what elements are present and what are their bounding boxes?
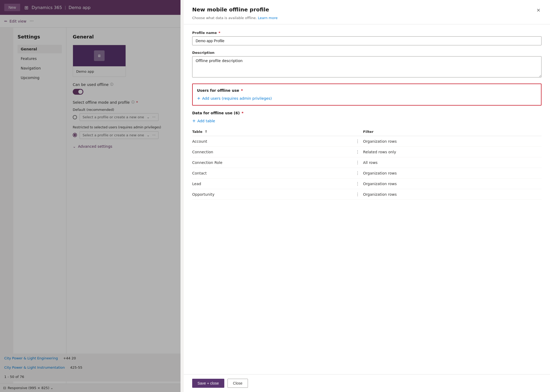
table-row: Opportunity ⋮ Organization rows [192,189,542,200]
row-more-icon[interactable]: ⋮ [355,181,360,186]
table-cell-filter: Related rows only [363,147,542,157]
data-section-title: Data for offline use (6) * [192,111,542,115]
description-field-group: Description [192,51,542,78]
panel-title: New mobile offline profile [192,6,269,13]
add-table-link[interactable]: + Add table [192,118,542,123]
table-cell-name: Contact [192,168,353,178]
panel-footer: Save + close Close [184,374,550,392]
table-cell-name: Connection [192,147,353,157]
add-users-link[interactable]: + Add users (requires admin privileges) [197,96,537,101]
row-more-icon[interactable]: ⋮ [355,192,360,197]
users-section: Users for offline use * + Add users (req… [192,84,542,106]
table-cell-filter: Organization rows [363,178,542,189]
profile-name-field-group: Profile name * [192,31,542,45]
table-cell-dots[interactable]: ⋮ [353,157,363,168]
description-label: Description [192,51,542,55]
row-more-icon[interactable]: ⋮ [355,160,360,165]
close-button[interactable]: Close [227,379,248,388]
row-more-icon[interactable]: ⋮ [355,171,360,176]
table-header-filter: Filter [363,128,542,136]
profile-name-label: Profile name * [192,31,542,35]
row-more-icon[interactable]: ⋮ [355,149,360,154]
table-cell-filter: Organization rows [363,136,542,147]
table-cell-dots[interactable]: ⋮ [353,189,363,200]
table-row: Connection Role ⋮ All rows [192,157,542,168]
table-cell-dots[interactable]: ⋮ [353,178,363,189]
table-row: Connection ⋮ Related rows only [192,147,542,157]
table-row: Lead ⋮ Organization rows [192,178,542,189]
table-cell-filter: All rows [363,157,542,168]
users-required: * [241,88,243,93]
add-users-icon: + [197,96,200,101]
table-cell-dots[interactable]: ⋮ [353,168,363,178]
data-section: Data for offline use (6) * + Add table T… [192,111,542,200]
table-cell-dots[interactable]: ⋮ [353,136,363,147]
offline-data-table: Table ↑ Filter Account ⋮ Organization ro… [192,128,542,200]
table-cell-name: Lead [192,178,353,189]
table-cell-dots[interactable]: ⋮ [353,147,363,157]
panel-subtitle: Choose what data is available offline. L… [192,16,542,20]
data-required: * [242,111,243,115]
save-close-button[interactable]: Save + close [192,379,224,388]
table-row: Contact ⋮ Organization rows [192,168,542,178]
description-textarea[interactable] [192,56,542,77]
table-cell-name: Account [192,136,353,147]
table-cell-name: Connection Role [192,157,353,168]
add-table-icon: + [192,118,196,123]
right-panel: New mobile offline profile ✕ Choose what… [184,0,550,392]
close-panel-button[interactable]: ✕ [535,6,542,14]
panel-header: New mobile offline profile ✕ Choose what… [184,0,550,24]
users-section-title: Users for offline use * [197,88,537,93]
profile-name-input[interactable] [192,36,542,45]
sort-arrow[interactable]: ↑ [205,130,208,134]
table-row: Account ⋮ Organization rows [192,136,542,147]
panel-body: Profile name * Description Users for off… [184,24,550,374]
table-cell-name: Opportunity [192,189,353,200]
profile-name-required: * [218,31,220,35]
learn-more-link[interactable]: Learn more [258,16,278,20]
table-cell-filter: Organization rows [363,189,542,200]
table-cell-filter: Organization rows [363,168,542,178]
modal-overlay [0,0,181,392]
row-more-icon[interactable]: ⋮ [355,139,360,144]
table-header-table: Table ↑ [192,128,353,136]
table-header-actions [353,128,363,136]
